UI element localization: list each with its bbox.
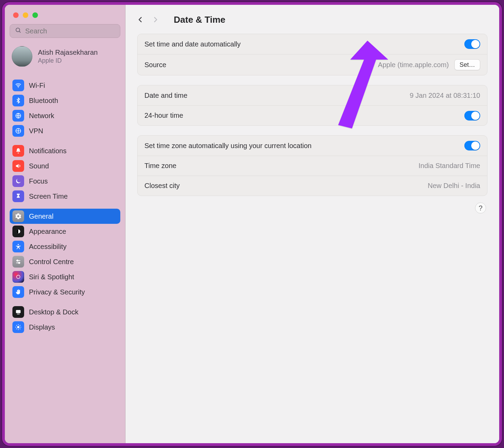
closest-city-label: Closest city: [144, 182, 180, 190]
search-field[interactable]: [10, 24, 120, 38]
sidebar-item-screen-time[interactable]: Screen Time: [10, 189, 120, 204]
auto-time-label: Set time and date automatically: [144, 40, 241, 48]
sidebar-item-siri-spotlight[interactable]: Siri & Spotlight: [10, 269, 120, 284]
sidebar-item-label: Privacy & Security: [29, 288, 85, 296]
wifi-icon: [12, 80, 24, 91]
sidebar-item-label: Siri & Spotlight: [29, 273, 74, 281]
sidebar-item-network[interactable]: Network: [10, 108, 120, 123]
svg-line-1: [19, 31, 21, 33]
sidebar-item-label: General: [29, 212, 53, 220]
vpn-icon: [12, 125, 24, 137]
svg-line-21: [16, 329, 17, 329]
24h-toggle[interactable]: [464, 111, 480, 121]
svg-line-22: [20, 325, 20, 326]
sidebar-item-label: Sound: [29, 162, 49, 170]
sidebar-item-label: Notifications: [29, 147, 67, 155]
search-input[interactable]: [25, 27, 115, 35]
sidebar-item-label: Network: [29, 112, 54, 120]
closest-city-value: New Delhi - India: [428, 182, 480, 190]
window-controls: [5, 5, 125, 24]
sidebar-item-privacy-security[interactable]: Privacy & Security: [10, 284, 120, 300]
nav-back-button[interactable]: [137, 15, 144, 24]
svg-point-14: [17, 326, 20, 329]
date-time-value: 9 Jan 2024 at 08:31:10: [410, 92, 480, 100]
sidebar-item-focus[interactable]: Focus: [10, 174, 120, 189]
siri-icon: [12, 271, 24, 283]
svg-line-20: [20, 329, 20, 329]
sidebar: Atish Rajasekharan Apple ID Wi-Fi Blueto…: [5, 5, 125, 443]
avatar: [12, 46, 32, 67]
page-title: Date & Time: [174, 14, 225, 25]
zoom-window-button[interactable]: [32, 12, 38, 18]
bluetooth-icon: [12, 95, 24, 106]
account-name: Atish Rajasekharan: [38, 49, 98, 56]
appearance-icon: [12, 226, 24, 237]
search-icon: [15, 27, 22, 35]
sidebar-item-label: Control Centre: [29, 258, 74, 266]
sidebar-item-label: Screen Time: [29, 192, 68, 200]
account-subtitle: Apple ID: [38, 57, 98, 64]
24h-label: 24-hour time: [144, 112, 183, 119]
settings-window: Atish Rajasekharan Apple ID Wi-Fi Blueto…: [2, 2, 502, 446]
sidebar-item-control-centre[interactable]: Control Centre: [10, 254, 120, 269]
sidebar-item-desktop-dock[interactable]: Desktop & Dock: [10, 304, 120, 320]
account-row[interactable]: Atish Rajasekharan Apple ID: [10, 41, 120, 73]
svg-rect-13: [17, 314, 20, 314]
close-window-button[interactable]: [13, 12, 19, 18]
svg-point-11: [17, 275, 20, 279]
speaker-icon: [12, 160, 24, 172]
svg-point-10: [19, 262, 20, 264]
sidebar-item-label: Appearance: [29, 228, 66, 236]
date-time-label: Date and time: [144, 92, 188, 100]
svg-point-0: [16, 28, 20, 32]
tz-value: India Standard Time: [419, 162, 480, 170]
sidebar-item-label: Bluetooth: [29, 97, 58, 105]
help-button[interactable]: ?: [475, 202, 486, 213]
source-set-button[interactable]: Set…: [454, 59, 480, 70]
accessibility-icon: [12, 241, 24, 252]
tz-label: Time zone: [144, 162, 177, 170]
sidebar-item-appearance[interactable]: Appearance: [10, 224, 120, 239]
hourglass-icon: [12, 190, 24, 202]
svg-point-8: [17, 260, 18, 261]
moon-icon: [12, 175, 24, 187]
auto-time-toggle[interactable]: [464, 39, 480, 49]
svg-point-2: [18, 87, 19, 88]
globe-icon: [12, 110, 24, 122]
sidebar-item-label: Displays: [29, 323, 55, 331]
sidebar-item-label: Wi-Fi: [29, 82, 45, 90]
card-date-time: Date and time 9 Jan 2024 at 08:31:10 24-…: [137, 85, 487, 126]
minimize-window-button[interactable]: [23, 12, 28, 18]
sidebar-item-vpn[interactable]: VPN: [10, 123, 120, 138]
bell-icon: [12, 145, 24, 157]
sidebar-item-sound[interactable]: Sound: [10, 158, 120, 174]
hand-icon: [12, 286, 24, 298]
source-label: Source: [144, 61, 166, 69]
sidebar-item-wifi[interactable]: Wi-Fi: [10, 78, 120, 93]
sidebar-item-accessibility[interactable]: Accessibility: [10, 239, 120, 254]
brightness-icon: [12, 321, 24, 333]
sidebar-item-general[interactable]: General: [10, 209, 120, 224]
tz-auto-label: Set time zone automatically using your c…: [144, 142, 312, 150]
sidebar-item-label: VPN: [29, 127, 43, 135]
sliders-icon: [12, 256, 24, 268]
card-time-zone: Set time zone automatically using your c…: [137, 135, 487, 196]
tz-auto-toggle[interactable]: [464, 141, 480, 150]
card-auto-time: Set time and date automatically Source A…: [137, 34, 487, 75]
sidebar-item-displays[interactable]: Displays: [10, 320, 120, 335]
sidebar-item-bluetooth[interactable]: Bluetooth: [10, 93, 120, 108]
sidebar-item-label: Accessibility: [29, 243, 67, 251]
sidebar-item-label: Desktop & Dock: [29, 308, 78, 316]
svg-rect-12: [16, 310, 20, 313]
main-panel: Date & Time Set time and date automatica…: [125, 5, 499, 443]
nav-forward-button[interactable]: [152, 15, 159, 24]
sidebar-item-label: Focus: [29, 177, 48, 185]
source-value: Apple (time.apple.com): [378, 61, 449, 69]
sidebar-item-notifications[interactable]: Notifications: [10, 143, 120, 158]
gear-icon: [12, 210, 24, 222]
dock-icon: [12, 306, 24, 318]
svg-line-19: [16, 325, 17, 326]
svg-point-6: [18, 244, 19, 245]
